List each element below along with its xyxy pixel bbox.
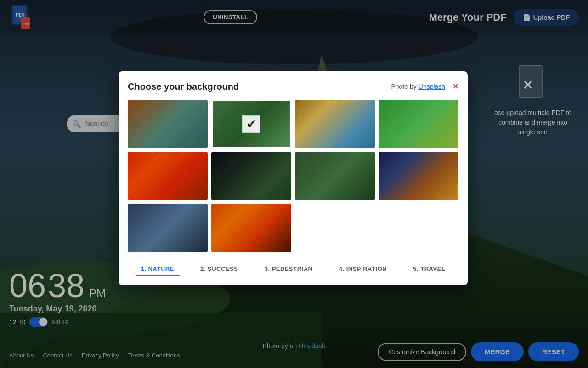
background-image-grid: ✔ ✔ ✔ ✔ ✔ ✔: [128, 100, 458, 252]
background-option-8[interactable]: ✔: [379, 152, 458, 200]
selection-overlay-2: ✔: [211, 100, 291, 148]
background-option-4[interactable]: ✔: [379, 100, 458, 148]
background-option-9[interactable]: ✔: [128, 204, 208, 252]
modal-header: Choose your background Photo by Unsplash…: [128, 80, 458, 92]
background-option-2[interactable]: ✔: [211, 100, 291, 148]
background-option-10[interactable]: ✔: [211, 204, 291, 252]
checkmark-2: ✔: [242, 115, 260, 133]
tab-nature[interactable]: 1. NATURE: [136, 263, 180, 276]
photo-credit: Photo by Unsplash: [391, 83, 446, 90]
background-option-5[interactable]: ✔: [128, 152, 208, 200]
background-chooser-modal: Choose your background Photo by Unsplash…: [119, 71, 468, 285]
background-option-6[interactable]: ✔: [211, 152, 291, 200]
tab-success[interactable]: 2. SUCCESS: [195, 263, 243, 276]
unsplash-link[interactable]: Unsplash: [418, 83, 445, 90]
background-option-1[interactable]: ✔: [128, 100, 208, 148]
tab-inspiration[interactable]: 4. INSPIRATION: [334, 263, 392, 276]
tab-pedestrian[interactable]: 3. PEDESTRIAN: [259, 263, 318, 276]
modal-title: Choose your background: [128, 81, 239, 92]
background-option-3[interactable]: ✔: [295, 100, 375, 148]
category-tabs: 1. NATURE 2. SUCCESS 3. PEDESTRIAN 4. IN…: [128, 258, 458, 276]
background-option-7[interactable]: ✔: [295, 152, 375, 200]
tab-travel[interactable]: 5. TRAVEL: [407, 263, 451, 276]
modal-close-button[interactable]: ×: [452, 80, 458, 92]
